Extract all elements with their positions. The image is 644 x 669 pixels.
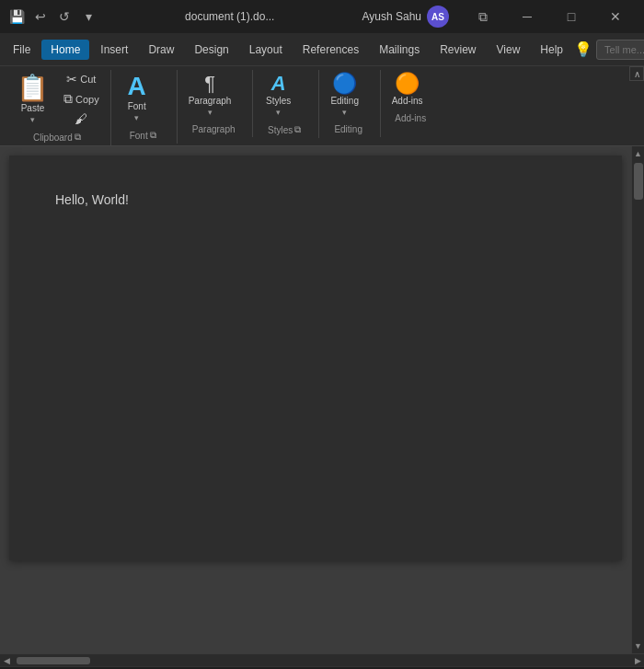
scroll-thumb-v[interactable] bbox=[634, 163, 643, 200]
titlebar-quick-access: 💾 ↩ ↺ ▾ bbox=[7, 7, 98, 26]
restore-button[interactable]: ⧉ bbox=[462, 0, 504, 33]
editing-label: Editing bbox=[330, 96, 359, 106]
menu-mailings[interactable]: Mailings bbox=[370, 40, 429, 60]
paragraph-items: ¶ Paragraph ▾ bbox=[181, 70, 247, 121]
ribbon: 📋 Paste ▾ ✂ Cut ⧉ Copy 🖌 bbox=[0, 66, 644, 146]
font-items: A Font ▾ bbox=[115, 70, 171, 126]
font-label: Font bbox=[128, 101, 146, 111]
user-info: Ayush Sahu AS bbox=[362, 6, 450, 28]
menubar: File Home Insert Draw Design Layout Refe… bbox=[0, 33, 644, 66]
paragraph-label: Paragraph bbox=[189, 96, 232, 106]
document-content[interactable]: Hello, World! bbox=[55, 192, 576, 207]
format-painter-button[interactable]: 🖌 bbox=[58, 110, 105, 128]
scroll-thumb-h[interactable] bbox=[17, 657, 90, 664]
addins-label: Add-ins bbox=[392, 96, 423, 106]
save-icon[interactable]: 💾 bbox=[7, 7, 26, 26]
paragraph-button[interactable]: ¶ Paragraph ▾ bbox=[181, 70, 239, 121]
clipboard-secondary: ✂ Cut ⧉ Copy 🖌 bbox=[58, 70, 105, 128]
styles-items: A Styles ▾ bbox=[257, 70, 313, 121]
styles-expand[interactable]: ⧉ bbox=[294, 124, 301, 135]
scroll-left-button[interactable]: ◀ bbox=[0, 654, 13, 667]
paragraph-icon: ¶ bbox=[204, 74, 215, 94]
undo-icon[interactable]: ↩ bbox=[31, 7, 50, 26]
font-button[interactable]: A Font ▾ bbox=[115, 70, 159, 126]
menu-draw[interactable]: Draw bbox=[139, 40, 183, 60]
ribbon-group-styles: A Styles ▾ Styles ⧉ bbox=[255, 70, 319, 138]
cut-label: Cut bbox=[80, 74, 96, 85]
styles-icon: A bbox=[271, 74, 286, 94]
menu-design[interactable]: Design bbox=[185, 40, 237, 60]
close-button[interactable]: ✕ bbox=[594, 0, 637, 33]
copy-label: Copy bbox=[75, 94, 99, 105]
styles-button[interactable]: A Styles ▾ bbox=[257, 70, 301, 121]
menu-view[interactable]: View bbox=[488, 40, 530, 60]
font-group-label: Font ⧉ bbox=[115, 128, 171, 144]
scroll-track-h[interactable] bbox=[13, 654, 631, 666]
window-controls: ⧉ ─ □ ✕ bbox=[462, 0, 637, 33]
paste-label: Paste bbox=[21, 103, 45, 113]
scroll-right-button[interactable]: ▶ bbox=[631, 654, 644, 667]
menu-layout[interactable]: Layout bbox=[240, 40, 292, 60]
addins-button[interactable]: 🟠 Add-ins bbox=[385, 70, 431, 110]
font-arrow: ▾ bbox=[134, 113, 139, 122]
editing-arrow: ▾ bbox=[342, 108, 347, 117]
ribbon-group-paragraph: ¶ Paragraph ▾ Paragraph bbox=[179, 70, 253, 137]
document-page: Hello, World! bbox=[9, 156, 622, 560]
user-name: Ayush Sahu bbox=[362, 10, 422, 23]
document-scroll[interactable]: Hello, World! bbox=[0, 146, 631, 653]
clipboard-expand[interactable]: ⧉ bbox=[75, 132, 81, 143]
customize-icon[interactable]: ▾ bbox=[79, 7, 98, 26]
menu-help[interactable]: Help bbox=[531, 40, 572, 60]
titlebar: 💾 ↩ ↺ ▾ document (1).do... Ayush Sahu AS… bbox=[0, 0, 644, 33]
styles-group-label: Styles ⧉ bbox=[257, 122, 313, 138]
addins-items: 🟠 Add-ins bbox=[385, 70, 437, 110]
paragraph-group-label: Paragraph bbox=[181, 122, 247, 137]
ribbon-group-editing: 🔵 Editing ▾ Editing bbox=[321, 70, 381, 137]
maximize-button[interactable]: □ bbox=[550, 0, 592, 33]
paste-button[interactable]: 📋 Paste ▾ bbox=[9, 72, 56, 128]
editing-group-label: Editing bbox=[323, 122, 374, 137]
scroll-track-v[interactable] bbox=[632, 161, 644, 639]
font-expand[interactable]: ⧉ bbox=[150, 130, 156, 141]
ribbon-group-addins: 🟠 Add-ins Add-ins bbox=[383, 70, 443, 126]
scroll-down-button[interactable]: ▼ bbox=[632, 639, 645, 653]
document-title: document (1).do... bbox=[103, 10, 357, 23]
content-area: Hello, World! ▲ ▼ bbox=[0, 146, 644, 653]
paragraph-arrow: ▾ bbox=[208, 108, 213, 117]
minimize-button[interactable]: ─ bbox=[506, 0, 548, 33]
styles-label: Styles bbox=[266, 96, 291, 106]
clipboard-items: 📋 Paste ▾ ✂ Cut ⧉ Copy 🖌 bbox=[9, 70, 105, 128]
editing-button[interactable]: 🔵 Editing ▾ bbox=[323, 70, 367, 121]
menu-insert[interactable]: Insert bbox=[91, 40, 137, 60]
paste-arrow: ▾ bbox=[30, 115, 35, 124]
paste-icon: 📋 bbox=[17, 75, 49, 101]
menu-references[interactable]: References bbox=[293, 40, 368, 60]
lightbulb-icon[interactable]: 💡 bbox=[574, 40, 592, 58]
redo-icon[interactable]: ↺ bbox=[55, 7, 74, 26]
copy-button[interactable]: ⧉ Copy bbox=[58, 89, 105, 109]
clipboard-label: Clipboard ⧉ bbox=[9, 130, 105, 145]
menu-file[interactable]: File bbox=[4, 40, 40, 60]
copy-icon: ⧉ bbox=[63, 91, 73, 107]
ribbon-content: 📋 Paste ▾ ✂ Cut ⧉ Copy 🖌 bbox=[7, 70, 637, 145]
addins-icon: 🟠 bbox=[395, 74, 420, 94]
font-icon: A bbox=[128, 74, 146, 99]
scroll-up-button[interactable]: ▲ bbox=[632, 146, 645, 161]
scrollbar-horizontal: ◀ ▶ bbox=[0, 653, 644, 666]
menu-home[interactable]: Home bbox=[41, 40, 89, 60]
ribbon-group-clipboard: 📋 Paste ▾ ✂ Cut ⧉ Copy 🖌 bbox=[7, 70, 111, 145]
cut-button[interactable]: ✂ Cut bbox=[58, 70, 105, 88]
avatar[interactable]: AS bbox=[427, 6, 449, 28]
menu-review[interactable]: Review bbox=[431, 40, 485, 60]
editing-icon: 🔵 bbox=[332, 74, 357, 94]
editing-items: 🔵 Editing ▾ bbox=[323, 70, 374, 121]
scrollbar-vertical: ▲ ▼ bbox=[631, 146, 644, 653]
cut-icon: ✂ bbox=[66, 72, 77, 87]
addins-group-label: Add-ins bbox=[385, 111, 437, 126]
ribbon-collapse-button[interactable]: ∧ bbox=[629, 66, 644, 81]
format-painter-icon: 🖌 bbox=[75, 111, 87, 126]
menu-extra: 💡 💬 bbox=[574, 40, 644, 60]
tell-me-input[interactable] bbox=[596, 40, 644, 60]
ribbon-group-font: A Font ▾ Font ⧉ bbox=[113, 70, 178, 144]
styles-arrow: ▾ bbox=[276, 108, 281, 117]
